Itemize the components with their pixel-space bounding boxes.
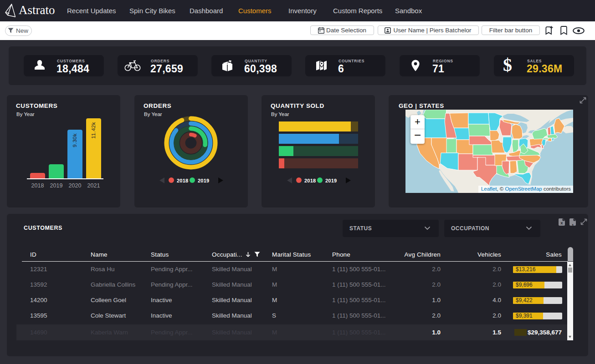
svg-text:x: x <box>560 220 563 225</box>
svg-text:,: , <box>572 219 574 226</box>
